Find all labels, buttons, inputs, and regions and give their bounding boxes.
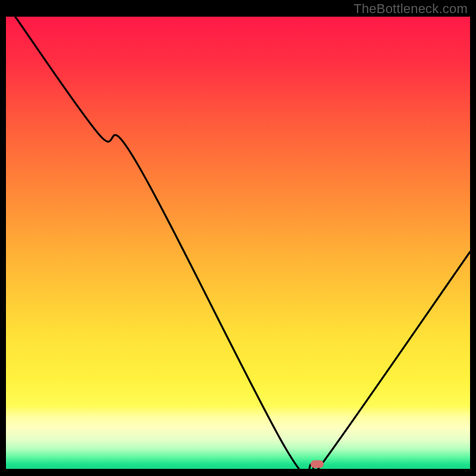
plot-area [6, 17, 470, 469]
optimum-marker [311, 461, 324, 468]
penalty-curve [6, 17, 470, 469]
watermark-text: TheBottleneck.com [353, 1, 468, 17]
